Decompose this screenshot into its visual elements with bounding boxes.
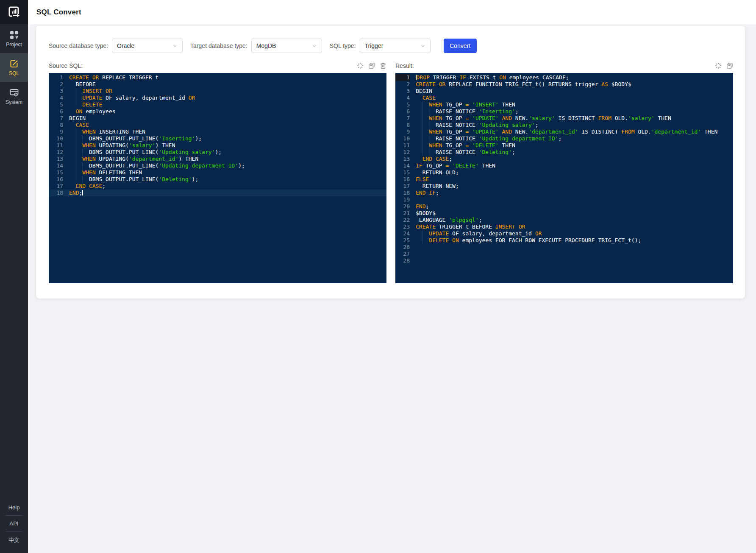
- code-line-content: DELETE: [63, 101, 386, 108]
- copy-icon[interactable]: [726, 62, 733, 69]
- code-line: 19: [395, 196, 733, 203]
- indent-guide: [76, 149, 76, 156]
- line-number: 16: [49, 176, 63, 183]
- line-number: 14: [49, 162, 63, 169]
- sidebar-item-label: Project: [6, 42, 22, 47]
- code-line-content: DELETE ON employees FOR EACH ROW EXECUTE…: [410, 237, 733, 244]
- result-pane-header: Result:: [395, 59, 733, 73]
- code-line: 1CREATE OR REPLACE TRIGGER t: [49, 74, 386, 81]
- line-number: 2: [49, 81, 63, 88]
- code-line-content: BEGIN: [63, 115, 386, 122]
- delete-icon[interactable]: [380, 62, 386, 69]
- code-line: 21$BODY$: [395, 210, 733, 217]
- code-line-content: ON employees: [63, 108, 386, 115]
- line-number: 21: [395, 210, 410, 217]
- language-toggle[interactable]: 中文: [6, 532, 22, 549]
- code-line-content: WHEN TG_OP = 'UPDATE' AND NEW.'salary' I…: [410, 115, 733, 122]
- convert-card: Source database type: Oracle Target data…: [36, 26, 745, 299]
- code-line: 13 WHEN UPDATING('department_id') THEN: [49, 156, 386, 162]
- sidebar-spacer: [0, 111, 28, 500]
- code-line-content: WHEN UPDATING('department_id') THEN: [63, 156, 386, 162]
- text-cursor: [82, 190, 83, 196]
- line-number: 4: [49, 95, 63, 101]
- line-number: 5: [395, 101, 410, 108]
- result-editor[interactable]: 1DROP TRIGGER IF EXISTS t ON employees C…: [395, 73, 733, 283]
- sidebar-item-label: SQL: [9, 71, 19, 76]
- code-line-content: WHEN INSERTING THEN: [63, 128, 386, 135]
- indent-guide: [76, 95, 76, 101]
- line-number: 1: [395, 74, 410, 81]
- code-line: 18END;: [49, 190, 386, 196]
- code-line-content: END CASE;: [410, 156, 733, 162]
- controls-row: Source database type: Oracle Target data…: [49, 39, 732, 53]
- convert-button[interactable]: Convert: [444, 39, 477, 53]
- code-line: 23CREATE TRIGGER t BEFORE INSERT OR: [395, 223, 733, 230]
- indent-guide: [422, 128, 423, 135]
- code-line-content: CREATE OR REPLACE FUNCTION TRIG_FCT_t() …: [410, 81, 733, 88]
- code-line-content: UPDATE OF salary, department_id OR: [63, 95, 386, 101]
- code-line: 11 WHEN TG_OP = 'DELETE' THEN: [395, 142, 733, 149]
- format-icon[interactable]: [715, 62, 722, 69]
- editors-row: Source SQL:: [49, 59, 733, 283]
- line-number: 1: [49, 74, 63, 81]
- app-logo: [0, 0, 28, 24]
- code-line-content: RAISE NOTICE 'Inserting';: [410, 108, 733, 115]
- help-link[interactable]: Help: [6, 500, 22, 515]
- code-line: 8 CASE: [49, 122, 386, 128]
- code-line: 5 DELETE: [49, 101, 386, 108]
- line-number: 26: [395, 244, 410, 251]
- indent-guide: [82, 176, 83, 183]
- indent-guide: [82, 135, 83, 142]
- sql-type-select[interactable]: Trigger: [360, 39, 431, 53]
- page-title: SQL Convert: [36, 8, 81, 17]
- line-number: 13: [49, 156, 63, 162]
- code-line: 26: [395, 244, 733, 251]
- main-area: SQL Convert Source database type: Oracle…: [28, 0, 756, 553]
- code-line-content: IF TG_OP = 'DELETE' THEN: [410, 162, 733, 169]
- code-line-content: [410, 257, 733, 264]
- chevron-down-icon: [172, 43, 178, 48]
- code-line-content: END;: [63, 190, 386, 196]
- code-line: 16 DBMS_OUTPUT.PUT_LINE('Deleting');: [49, 176, 386, 183]
- api-link[interactable]: API: [6, 516, 22, 531]
- code-line-content: LANGUAGE 'plpgsql';: [410, 217, 733, 223]
- result-label: Result:: [395, 62, 414, 69]
- sidebar-item-system[interactable]: System: [0, 82, 28, 111]
- code-line-content: RETURN NEW;: [410, 183, 733, 190]
- source-pane: Source SQL:: [49, 59, 386, 283]
- format-icon[interactable]: [357, 62, 364, 69]
- copy-icon[interactable]: [368, 62, 375, 69]
- line-number: 23: [395, 223, 410, 230]
- code-line: 20END;: [395, 203, 733, 210]
- page-header: SQL Convert: [28, 0, 756, 24]
- source-sql-label: Source SQL:: [49, 62, 83, 69]
- code-line: 28: [395, 257, 733, 264]
- code-line: 7 WHEN TG_OP = 'UPDATE' AND NEW.'salary'…: [395, 115, 733, 122]
- indent-guide: [82, 149, 83, 156]
- code-line: 4 UPDATE OF salary, department_id OR: [49, 95, 386, 101]
- source-db-select[interactable]: Oracle: [112, 39, 183, 53]
- indent-guide: [422, 230, 423, 237]
- result-pane-actions: [715, 62, 733, 69]
- code-line: 15 WHEN DELETING THEN: [49, 169, 386, 176]
- code-line-content: WHEN DELETING THEN: [63, 169, 386, 176]
- indent-guide: [76, 156, 76, 162]
- sql-type-label: SQL type:: [330, 42, 356, 49]
- indent-guide: [429, 122, 429, 128]
- code-line-content: RAISE NOTICE 'Updating salary';: [410, 122, 733, 128]
- line-number: 4: [395, 95, 410, 101]
- line-number: 9: [49, 128, 63, 135]
- code-line: 24 UPDATE OF salary, department_id OR: [395, 230, 733, 237]
- sidebar-item-project[interactable]: Project: [0, 24, 28, 53]
- code-line: 25 DELETE ON employees FOR EACH ROW EXEC…: [395, 237, 733, 244]
- code-line: 12 RAISE NOTICE 'Deleting';: [395, 149, 733, 156]
- sidebar-item-sql[interactable]: SQL: [0, 53, 28, 82]
- source-sql-editor[interactable]: 1CREATE OR REPLACE TRIGGER t2 BEFORE3 IN…: [49, 73, 386, 283]
- source-pane-actions: [357, 62, 386, 69]
- indent-guide: [76, 142, 76, 149]
- code-line-content: UPDATE OF salary, department_id OR: [410, 230, 733, 237]
- target-db-select[interactable]: MogDB: [251, 39, 322, 53]
- line-number: 15: [395, 169, 410, 176]
- code-line-content: ELSE: [410, 176, 733, 183]
- code-line-content: INSERT OR: [63, 88, 386, 95]
